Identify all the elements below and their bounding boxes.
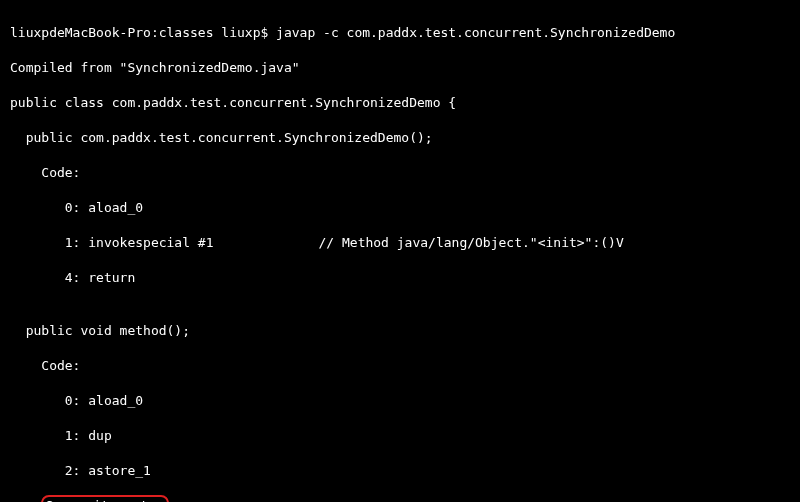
comment-text: // Method java/lang/Object."<init>":()V (319, 234, 624, 252)
code-label-line: Code: (10, 357, 790, 375)
prompt-host: liuxpdeMacBook-Pro:classes liuxp$ (10, 25, 276, 40)
method-bytecode-line: 3: monitorenter (10, 497, 790, 502)
prompt-line: liuxpdeMacBook-Pro:classes liuxp$ javap … (10, 24, 790, 42)
prompt-command: javap -c com.paddx.test.concurrent.Synch… (276, 25, 675, 40)
method-bytecode-line: 0: aload_0 (10, 392, 790, 410)
ctor-bytecode-line: 1: invokespecial #1// Method java/lang/O… (10, 234, 790, 252)
highlight-monitorenter: 3: monitorenter (41, 495, 168, 502)
ctor-bytecode-line: 4: return (10, 269, 790, 287)
compiled-from-line: Compiled from "SynchronizedDemo.java" (10, 59, 790, 77)
instruction-text: 1: invokespecial #1 (10, 235, 214, 250)
method-bytecode-line: 1: dup (10, 427, 790, 445)
ctor-decl-line: public com.paddx.test.concurrent.Synchro… (10, 129, 790, 147)
terminal-window: liuxpdeMacBook-Pro:classes liuxp$ javap … (0, 0, 800, 502)
method-decl-line: public void method(); (10, 322, 790, 340)
method-bytecode-line: 2: astore_1 (10, 462, 790, 480)
code-label-line: Code: (10, 164, 790, 182)
class-decl-line: public class com.paddx.test.concurrent.S… (10, 94, 790, 112)
ctor-bytecode-line: 0: aload_0 (10, 199, 790, 217)
